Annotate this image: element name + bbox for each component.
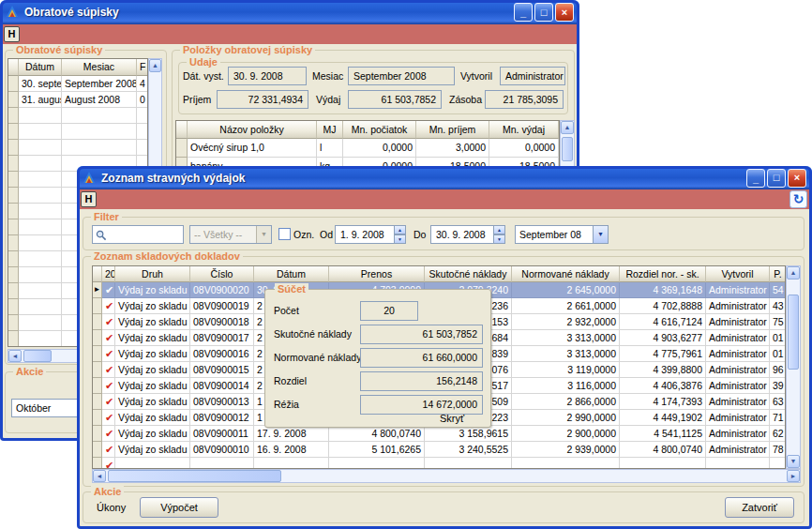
- row-selector-header[interactable]: [93, 266, 102, 282]
- minimize-button[interactable]: _: [746, 169, 765, 188]
- column-header[interactable]: Druh: [115, 266, 190, 282]
- table-row[interactable]: ✔Výdaj zo skladu08V090001117. 9. 20084 8…: [93, 426, 786, 442]
- table-row[interactable]: [8, 108, 148, 124]
- row-selector[interactable]: [8, 315, 19, 331]
- vypocet-button[interactable]: Výpočet: [140, 497, 218, 518]
- row-selector[interactable]: [93, 330, 102, 346]
- spin-down-icon[interactable]: ▼: [493, 234, 505, 244]
- scroll-up-arrow[interactable]: ▲: [561, 121, 574, 134]
- do-date-spinner[interactable]: ▲ ▼: [493, 225, 505, 244]
- row-selector[interactable]: [93, 378, 102, 394]
- scroll-thumb[interactable]: [108, 470, 281, 482]
- search-input[interactable]: [92, 225, 184, 244]
- row-selector[interactable]: [8, 108, 19, 124]
- documents-vscrollbar[interactable]: ▲ ▼: [786, 265, 801, 469]
- row-selector[interactable]: [93, 410, 102, 426]
- row-selector[interactable]: [8, 204, 19, 219]
- row-selector[interactable]: [8, 188, 19, 204]
- row-selector[interactable]: [8, 251, 19, 267]
- front-titlebar[interactable]: Zoznam stravných výdajok _ □ ×: [77, 166, 812, 189]
- row-selector[interactable]: [93, 426, 102, 442]
- table-row[interactable]: 31. augusAugust 20080: [8, 92, 148, 108]
- column-header[interactable]: Dátum: [19, 59, 62, 76]
- column-header[interactable]: 20: [102, 266, 115, 282]
- maximize-button[interactable]: □: [767, 169, 786, 188]
- row-selector[interactable]: [8, 267, 19, 283]
- row-selector[interactable]: [8, 235, 19, 251]
- column-header[interactable]: Rozdiel nor. - sk.: [620, 266, 706, 282]
- row-selector[interactable]: [176, 139, 188, 158]
- minimize-button[interactable]: _: [514, 3, 533, 22]
- od-date-spinner[interactable]: ▲ ▼: [394, 225, 406, 244]
- table-row[interactable]: Ovécný sirup 1,0l0,00003,00000,0000: [176, 139, 559, 158]
- month-combo[interactable]: September 08 ▼: [515, 225, 609, 244]
- do-date-field[interactable]: 30. 9. 2008: [430, 225, 494, 244]
- row-selector[interactable]: [8, 124, 19, 140]
- scroll-right-arrow[interactable]: ►: [787, 470, 800, 482]
- spin-up-icon[interactable]: ▲: [493, 225, 505, 234]
- h-button[interactable]: H: [81, 191, 97, 207]
- column-header[interactable]: P.: [770, 266, 786, 282]
- table-row[interactable]: 30. septeSeptember 20084: [8, 76, 148, 92]
- column-header[interactable]: Vytvoril: [706, 266, 770, 282]
- type-combo[interactable]: -- Všetky -- ▼: [189, 225, 272, 244]
- scroll-thumb[interactable]: [788, 295, 799, 370]
- row-selector[interactable]: [93, 314, 102, 330]
- row-selector-header[interactable]: [176, 121, 188, 139]
- column-header[interactable]: Číslo: [190, 266, 254, 282]
- table-row[interactable]: [8, 124, 148, 140]
- refresh-icon[interactable]: ↻: [789, 190, 807, 208]
- skryt-button[interactable]: Skryť: [440, 413, 464, 424]
- row-selector[interactable]: [8, 140, 19, 156]
- column-header[interactable]: Dátum: [254, 266, 329, 282]
- column-header[interactable]: Mn. výdaj: [489, 121, 559, 139]
- ukony-button[interactable]: Úkony: [97, 502, 126, 513]
- od-date-field[interactable]: 1. 9. 2008: [335, 225, 395, 244]
- column-header[interactable]: Normované náklady: [512, 266, 620, 282]
- column-header[interactable]: Mn. počiatok: [343, 121, 416, 139]
- close-button[interactable]: ×: [555, 3, 574, 22]
- spin-down-icon[interactable]: ▼: [394, 234, 406, 244]
- row-selector[interactable]: [8, 283, 19, 299]
- column-header[interactable]: MJ: [317, 121, 343, 139]
- ozn-checkbox[interactable]: [278, 228, 291, 240]
- scroll-left-arrow[interactable]: ◄: [8, 350, 22, 362]
- row-selector[interactable]: [8, 299, 19, 315]
- row-selector[interactable]: [8, 331, 19, 347]
- back-titlebar[interactable]: Obratové súpisky _ □ ×: [0, 0, 579, 24]
- chevron-down-icon[interactable]: ▼: [593, 226, 608, 243]
- row-selector[interactable]: [93, 394, 102, 410]
- scroll-up-arrow[interactable]: ▲: [787, 266, 800, 280]
- documents-hscrollbar[interactable]: ◄ ►: [92, 469, 801, 483]
- row-selector[interactable]: [8, 219, 19, 235]
- table-row[interactable]: ✔Výdaj zo skladu08V090001016. 9. 20085 1…: [93, 442, 786, 458]
- row-selector[interactable]: [93, 346, 102, 362]
- table-row[interactable]: ✔: [93, 458, 786, 469]
- table-row[interactable]: [8, 140, 148, 156]
- scroll-up-arrow[interactable]: ▲: [149, 59, 161, 72]
- column-header[interactable]: Prenos: [329, 266, 425, 282]
- row-selector[interactable]: [8, 76, 19, 92]
- scroll-left-arrow[interactable]: ◄: [93, 470, 106, 482]
- scroll-thumb[interactable]: [23, 350, 52, 362]
- row-selector[interactable]: [93, 298, 102, 314]
- spin-up-icon[interactable]: ▲: [394, 225, 406, 234]
- column-header[interactable]: Mn. príjem: [416, 121, 489, 139]
- row-selector[interactable]: [8, 92, 19, 108]
- column-header[interactable]: Skutočné náklady: [425, 266, 512, 282]
- row-selector[interactable]: [93, 458, 102, 469]
- row-selector-header[interactable]: [8, 59, 19, 76]
- h-button[interactable]: H: [4, 26, 20, 42]
- row-selector[interactable]: [93, 442, 102, 458]
- scroll-down-arrow[interactable]: ▼: [787, 455, 800, 468]
- row-selector[interactable]: [8, 172, 19, 188]
- row-selector[interactable]: [93, 362, 102, 378]
- column-header[interactable]: Mesiac: [62, 59, 137, 76]
- maximize-button[interactable]: □: [534, 3, 553, 22]
- scroll-thumb[interactable]: [562, 137, 573, 161]
- zatvorit-button[interactable]: Zatvoriť: [725, 497, 794, 518]
- row-selector[interactable]: ►: [93, 282, 102, 298]
- row-selector[interactable]: [8, 156, 19, 172]
- close-button[interactable]: ×: [788, 169, 806, 188]
- column-header[interactable]: Názov položky: [188, 121, 317, 139]
